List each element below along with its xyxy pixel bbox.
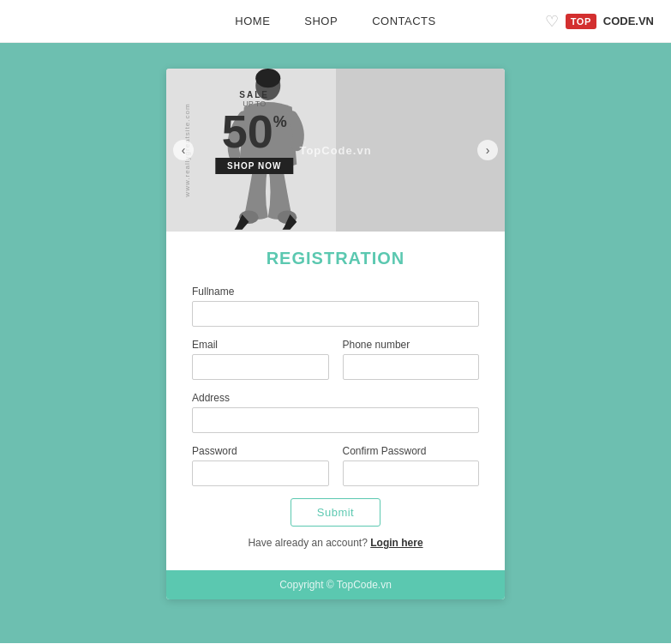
password-col: Password — [192, 445, 329, 486]
fullname-label: Fullname — [192, 286, 479, 298]
phone-input[interactable] — [343, 354, 480, 380]
image-slider: www.reallygreatsite.com — [166, 69, 505, 232]
shop-now-button[interactable]: SHOP NOW — [215, 158, 293, 174]
confirm-label: Confirm Password — [343, 445, 480, 457]
header-right: ♡ TOP CODE.VN — [545, 12, 654, 31]
registration-title: REGISTRATION — [192, 249, 479, 268]
sale-label: SALE — [215, 90, 293, 99]
address-label: Address — [192, 392, 479, 404]
footer-text: Copyright © TopCode.vn — [279, 579, 392, 591]
sale-text-block: SALE UP TO 50 % SHOP NOW — [215, 90, 293, 174]
password-input[interactable] — [192, 460, 329, 486]
slider-next-button[interactable]: › — [477, 140, 498, 160]
logo-text: CODE.VN — [603, 15, 654, 27]
submit-button[interactable]: Submit — [291, 498, 380, 527]
submit-row: Submit — [192, 498, 479, 527]
email-input[interactable] — [192, 354, 329, 380]
nav: HOME SHOP CONTACTS — [235, 15, 435, 27]
address-input[interactable] — [192, 407, 479, 433]
confirm-col: Confirm Password — [343, 445, 480, 486]
slider-prev-button[interactable]: ‹ — [173, 140, 194, 160]
phone-label: Phone number — [343, 339, 480, 351]
password-row: Password Confirm Password — [192, 445, 479, 486]
email-phone-row: Email Phone number — [192, 339, 479, 380]
phone-col: Phone number — [343, 339, 480, 380]
password-label: Password — [192, 445, 329, 457]
svg-point-1 — [255, 69, 280, 87]
login-text: Have already an account? — [248, 537, 367, 549]
form-section: REGISTRATION Fullname Email Phone number — [166, 232, 505, 570]
card-footer: Copyright © TopCode.vn — [166, 570, 505, 599]
nav-shop[interactable]: SHOP — [304, 15, 338, 27]
logo-badge: TOP — [566, 14, 596, 29]
email-label: Email — [192, 339, 329, 351]
login-row: Have already an account? Login here — [192, 537, 479, 549]
title-accent: N — [392, 249, 404, 268]
nav-home[interactable]: HOME — [235, 15, 270, 27]
title-main: REGISTRATIO — [267, 249, 392, 268]
confirm-input[interactable] — [343, 460, 480, 486]
address-group: Address — [192, 392, 479, 433]
fullname-input[interactable] — [192, 301, 479, 327]
wishlist-icon[interactable]: ♡ — [545, 12, 559, 31]
main-background: www.reallygreatsite.com — [0, 43, 671, 643]
sale-percent-suffix: % — [273, 113, 287, 131]
registration-card: www.reallygreatsite.com — [166, 69, 505, 599]
sale-percent-row: 50 % — [215, 108, 293, 154]
header: HOME SHOP CONTACTS ♡ TOP CODE.VN — [0, 0, 671, 43]
fullname-group: Fullname — [192, 286, 479, 327]
email-col: Email — [192, 339, 329, 380]
nav-contacts[interactable]: CONTACTS — [372, 15, 436, 27]
login-link[interactable]: Login here — [370, 537, 422, 549]
sale-percent: 50 — [222, 108, 273, 154]
